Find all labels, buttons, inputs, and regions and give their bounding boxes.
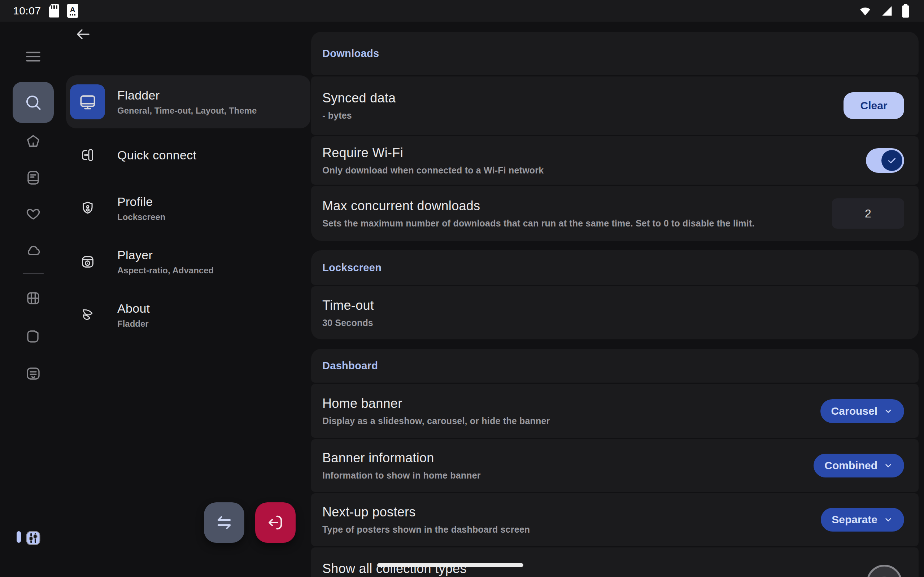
nav-item-title: Profile — [117, 195, 165, 209]
quick-connect-icon — [79, 147, 96, 163]
monitor-icon — [77, 92, 98, 113]
nav-item-title: Fladder — [117, 89, 257, 102]
toggle-thumb — [881, 150, 902, 171]
menu-icon[interactable] — [24, 48, 42, 66]
nav-item-quick-connect[interactable]: Quick connect — [66, 128, 310, 182]
nav-item-subtitle: Lockscreen — [117, 212, 165, 222]
row-title: Next-up posters — [322, 504, 810, 520]
folder-icon[interactable] — [24, 327, 42, 345]
row-subtitle: Display as a slideshow, carousel, or hid… — [322, 416, 809, 426]
row-title: Synced data — [322, 90, 833, 106]
require-wifi-toggle[interactable] — [866, 148, 904, 173]
nav-item-profile[interactable]: Profile Lockscreen — [66, 182, 310, 235]
section-header: Lockscreen — [311, 250, 919, 285]
cloud-sync-icon[interactable] — [24, 241, 42, 259]
section-downloads: Downloads Synced data - bytes Clear Requ… — [311, 32, 919, 241]
row-subtitle: 30 Seconds — [322, 318, 893, 328]
nav-item-player[interactable]: Player Aspect-ratio, Advanced — [66, 235, 310, 288]
section-lockscreen: Lockscreen Time-out 30 Seconds — [311, 250, 919, 339]
setting-row-banner-information[interactable]: Banner information Information to show i… — [311, 439, 919, 492]
library-icon[interactable] — [24, 169, 42, 187]
profile-shield-icon — [79, 200, 96, 217]
row-title: Require Wi-Fi — [322, 145, 855, 161]
sd-card-icon — [49, 4, 59, 18]
settings-nav-panel: Fladder General, Time-out, Layout, Theme… — [66, 22, 310, 577]
battery-icon — [900, 3, 911, 19]
dropdown-value: Carousel — [831, 405, 877, 417]
nav-item-title: Quick connect — [117, 148, 196, 162]
wifi-icon — [857, 4, 874, 17]
section-header: Dashboard — [311, 349, 919, 383]
row-subtitle: Type of posters shown in the dashboard s… — [322, 524, 810, 535]
setting-row-timeout[interactable]: Time-out 30 Seconds — [311, 286, 919, 339]
chevron-down-icon — [883, 406, 893, 416]
row-title: Banner information — [322, 450, 803, 466]
setting-row-synced-data[interactable]: Synced data - bytes Clear — [311, 76, 919, 135]
status-bar: 10:07 A — [0, 0, 924, 22]
swap-arrows-icon — [214, 513, 234, 533]
dropdown-value: Separate — [832, 514, 877, 526]
setting-row-max-downloads[interactable]: Max concurrent downloads Sets the maximu… — [311, 186, 919, 241]
section-dashboard: Dashboard Home banner Display as a slide… — [311, 349, 919, 577]
next-up-posters-dropdown[interactable]: Separate — [821, 508, 904, 532]
nav-item-about[interactable]: About Fladder — [66, 288, 310, 342]
row-title: Max concurrent downloads — [322, 198, 821, 213]
row-subtitle: - bytes — [322, 110, 833, 121]
row-title: Time-out — [322, 298, 893, 313]
back-button[interactable] — [74, 25, 92, 43]
home-icon[interactable] — [24, 133, 42, 150]
fladder-logo-icon — [79, 307, 96, 324]
max-downloads-input[interactable]: 2 — [832, 198, 904, 229]
row-subtitle: Sets the maximum number of downloads tha… — [322, 218, 821, 229]
settings-content-panel: Downloads Synced data - bytes Clear Requ… — [311, 22, 919, 577]
rail-divider — [23, 273, 44, 274]
logout-icon — [265, 513, 286, 533]
setting-row-next-up-posters[interactable]: Next-up posters Type of posters shown in… — [311, 493, 919, 546]
setting-row-show-all-collection-types[interactable]: Show all collection types — [311, 548, 919, 577]
chevron-down-icon — [883, 461, 893, 471]
favorites-heart-icon[interactable] — [24, 205, 42, 222]
row-subtitle: Information to show in home banner — [322, 470, 803, 481]
player-icon — [79, 253, 96, 270]
rail-item-settings[interactable] — [24, 529, 43, 549]
app-notification-icon: A — [67, 4, 78, 18]
banner-information-dropdown[interactable]: Combined — [814, 454, 904, 477]
settings-sliders-icon — [24, 529, 43, 548]
sidebar-rail — [0, 22, 66, 577]
chevron-down-icon — [883, 515, 893, 525]
fladder-settings-tile — [70, 84, 105, 119]
search-icon — [23, 92, 43, 113]
nav-item-subtitle: Fladder — [117, 319, 150, 329]
clear-button[interactable]: Clear — [843, 92, 904, 119]
home-banner-dropdown[interactable]: Carousel — [821, 399, 904, 423]
nav-item-subtitle: General, Time-out, Layout, Theme — [117, 106, 257, 116]
cellular-signal-icon — [879, 4, 894, 17]
section-header: Downloads — [311, 32, 919, 75]
check-icon — [886, 155, 898, 166]
row-subtitle: Only download when connected to a Wi-Fi … — [322, 165, 855, 176]
clock: 10:07 — [13, 5, 41, 17]
gesture-navigation-bar[interactable] — [377, 563, 523, 567]
nav-item-title: About — [117, 301, 150, 316]
switch-server-fab[interactable] — [204, 502, 244, 543]
nav-item-subtitle: Aspect-ratio, Advanced — [117, 266, 214, 276]
back-arrow-icon — [74, 26, 92, 43]
rail-item-search[interactable] — [13, 82, 54, 123]
row-title: Home banner — [322, 396, 809, 411]
nav-item-title: Player — [117, 248, 214, 262]
nav-item-fladder[interactable]: Fladder General, Time-out, Layout, Theme — [66, 76, 310, 128]
dropdown-value: Combined — [824, 459, 877, 472]
setting-row-require-wifi[interactable]: Require Wi-Fi Only download when connect… — [311, 136, 919, 185]
setting-row-home-banner[interactable]: Home banner Display as a slideshow, caro… — [311, 384, 919, 438]
logout-fab[interactable] — [255, 502, 296, 543]
settings-selected-indicator — [16, 531, 21, 543]
subtitles-icon[interactable] — [24, 365, 42, 382]
media-film-icon[interactable] — [24, 290, 42, 307]
